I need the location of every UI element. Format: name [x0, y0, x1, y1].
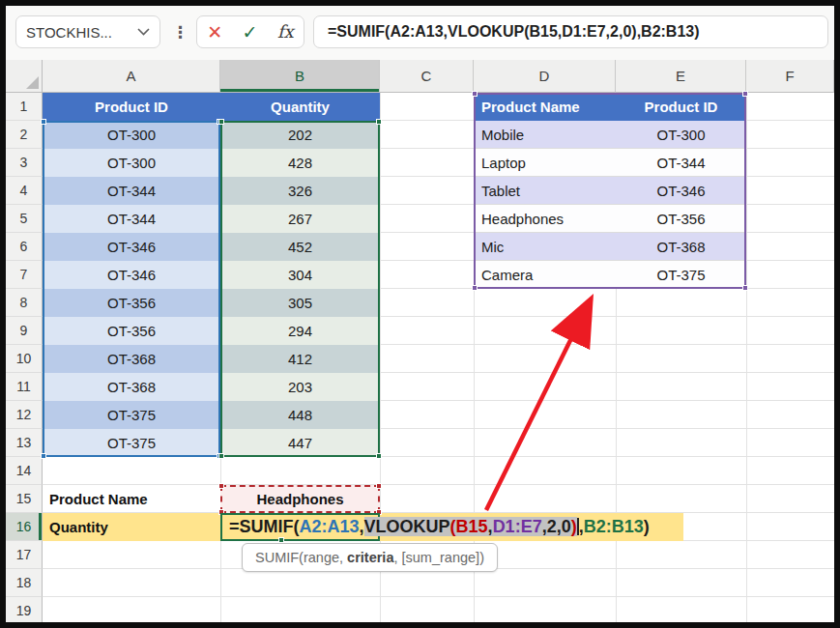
product-id-cell[interactable]: OT-368	[616, 233, 746, 261]
table-row[interactable]: OT-346 304	[43, 261, 380, 289]
product-id-cell[interactable]: OT-356	[616, 205, 746, 233]
row-header[interactable]: 11	[6, 373, 43, 401]
table-row[interactable]: Mobile OT-300	[474, 121, 746, 149]
product-id-cell[interactable]: OT-344	[616, 149, 746, 177]
product-id-cell[interactable]: OT-368	[43, 345, 220, 373]
quantity-cell[interactable]: 203	[220, 373, 380, 401]
row-header[interactable]: 6	[6, 233, 43, 261]
table-row[interactable]: OT-344 267	[43, 205, 380, 233]
cell-b15-criteria-value[interactable]: Headphones	[220, 485, 380, 513]
table-row[interactable]: Tablet OT-346	[474, 177, 746, 205]
product-name-cell[interactable]: Headphones	[474, 205, 616, 233]
row-header[interactable]: 18	[6, 569, 43, 597]
table-row[interactable]: OT-368 203	[43, 373, 380, 401]
table-row[interactable]: OT-300 428	[43, 149, 380, 177]
row-header[interactable]: 14	[6, 457, 43, 485]
row-header[interactable]: 3	[6, 149, 43, 177]
product-id-cell[interactable]: OT-346	[43, 233, 220, 261]
product-name-cell[interactable]: Tablet	[474, 177, 616, 205]
product-id-cell[interactable]: OT-375	[43, 401, 220, 429]
row-header[interactable]: 9	[6, 317, 43, 345]
column-header[interactable]: E	[616, 60, 746, 93]
quantity-cell[interactable]: 428	[220, 149, 380, 177]
overflow-dots-icon[interactable]: ⋮	[172, 15, 188, 48]
column-header[interactable]: B	[220, 60, 380, 93]
column-header[interactable]: C	[380, 60, 474, 93]
lookup-table-header[interactable]: Product Name Product ID	[474, 93, 746, 121]
name-box[interactable]: STOCKHIS...	[15, 15, 160, 48]
formula-segments[interactable]: =SUMIF(A2:A13,VLOOKUP(B15,D1:E7,2,0),B2:…	[224, 513, 650, 541]
quantity-cell[interactable]: 452	[220, 233, 380, 261]
formula-segment: ,	[360, 517, 364, 536]
cell-a16-quantity-label[interactable]: Quantity	[43, 513, 220, 541]
row-header[interactable]: 10	[6, 345, 43, 373]
table-row[interactable]: Camera OT-375	[474, 261, 746, 289]
row-header[interactable]: 19	[6, 597, 43, 622]
table-row[interactable]: OT-375 447	[43, 429, 380, 457]
table-row[interactable]: Mic OT-368	[474, 233, 746, 261]
table-row[interactable]: OT-346 452	[43, 233, 380, 261]
quantity-cell[interactable]: 448	[220, 401, 380, 429]
row-header[interactable]: 8	[6, 289, 43, 317]
product-id-cell[interactable]: OT-375	[43, 429, 220, 457]
quantity-cell[interactable]: 202	[220, 121, 380, 149]
row-header[interactable]: 13	[6, 429, 43, 457]
quantity-cell[interactable]: 294	[220, 317, 380, 345]
product-name-cell[interactable]: Laptop	[474, 149, 616, 177]
product-name-cell[interactable]: Camera	[474, 261, 616, 289]
formula-bar[interactable]: =SUMIF(A2:A13,VLOOKUP(B15,D1:E7,2,0),B2:…	[313, 15, 828, 48]
function-tooltip[interactable]: SUMIF(range, criteria, [sum_range])	[242, 543, 498, 572]
quantity-cell[interactable]: 267	[220, 205, 380, 233]
chevron-down-icon[interactable]	[137, 28, 150, 36]
row-header[interactable]: 1	[6, 93, 43, 121]
cancel-icon[interactable]: ✕	[207, 23, 222, 42]
product-name-cell[interactable]: Mobile	[474, 121, 616, 149]
quantity-cell[interactable]: 326	[220, 177, 380, 205]
product-id-cell[interactable]: OT-344	[43, 177, 220, 205]
product-id-cell[interactable]: OT-346	[43, 261, 220, 289]
table-row[interactable]: OT-368 412	[43, 345, 380, 373]
header-quantity: Quantity	[220, 93, 380, 121]
insert-function-icon[interactable]: fx	[277, 23, 294, 41]
product-id-cell[interactable]: OT-356	[43, 317, 220, 345]
quantity-cell[interactable]: 412	[220, 345, 380, 373]
product-id-cell[interactable]: OT-300	[43, 149, 220, 177]
row-header[interactable]: 2	[6, 121, 43, 149]
row-header[interactable]: 7	[6, 261, 43, 289]
table-row[interactable]: OT-375 448	[43, 401, 380, 429]
row-header[interactable]: 16	[6, 513, 43, 541]
table-row[interactable]: OT-344 326	[43, 177, 380, 205]
row-header[interactable]: 12	[6, 401, 43, 429]
row-header[interactable]: 4	[6, 177, 43, 205]
table-row[interactable]: OT-300 202	[43, 121, 380, 149]
row-header[interactable]: 5	[6, 205, 43, 233]
formula-toolbar: STOCKHIS... ⋮ ✕ ✓ fx =SUMIF(A2:A13,VLOOK…	[6, 6, 834, 60]
cell-a15-product-name-label[interactable]: Product Name	[43, 485, 220, 513]
row-header[interactable]: 17	[6, 541, 43, 569]
table-row[interactable]: OT-356 305	[43, 289, 380, 317]
select-all-corner[interactable]	[6, 60, 43, 93]
product-id-cell[interactable]: OT-356	[43, 289, 220, 317]
row-header[interactable]: 15	[6, 485, 43, 513]
table-row[interactable]: OT-356 294	[43, 317, 380, 345]
table-row[interactable]: Laptop OT-344	[474, 149, 746, 177]
column-header[interactable]: A	[43, 60, 220, 93]
formula-segment: A2:A13	[300, 517, 360, 536]
product-id-cell[interactable]: OT-368	[43, 373, 220, 401]
product-id-cell[interactable]: OT-300	[616, 121, 746, 149]
enter-icon[interactable]: ✓	[243, 23, 258, 42]
product-id-cell[interactable]: OT-300	[43, 121, 220, 149]
column-header[interactable]: D	[474, 60, 616, 93]
quantity-table-header[interactable]: Product ID Quantity	[43, 93, 380, 121]
name-box-value: STOCKHIS...	[26, 24, 130, 41]
formula-segment: ,2,0	[542, 517, 571, 536]
product-id-cell[interactable]: OT-346	[616, 177, 746, 205]
quantity-cell[interactable]: 304	[220, 261, 380, 289]
quantity-cell[interactable]: 305	[220, 289, 380, 317]
product-id-cell[interactable]: OT-375	[616, 261, 746, 289]
column-header[interactable]: F	[746, 60, 834, 93]
product-name-cell[interactable]: Mic	[474, 233, 616, 261]
quantity-cell[interactable]: 447	[220, 429, 380, 457]
product-id-cell[interactable]: OT-344	[43, 205, 220, 233]
table-row[interactable]: Headphones OT-356	[474, 205, 746, 233]
